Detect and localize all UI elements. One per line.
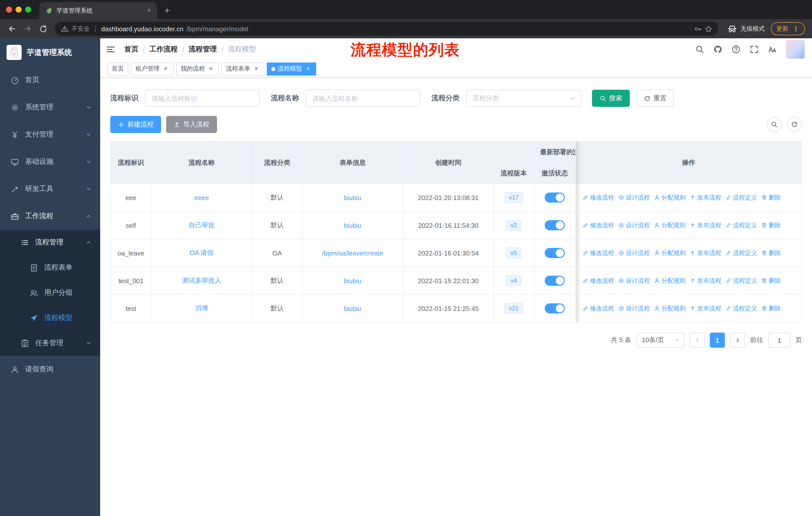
- row-form-link[interactable]: biubiu: [344, 194, 361, 201]
- op-delete[interactable]: 删除: [761, 221, 781, 229]
- category-select[interactable]: 流程分类: [466, 90, 581, 107]
- version-tag[interactable]: v2: [506, 220, 521, 231]
- op-design[interactable]: 设计流程: [618, 193, 650, 202]
- op-edit[interactable]: 修改流程: [582, 304, 614, 313]
- row-name-link[interactable]: eeee: [194, 194, 209, 201]
- refresh-table-button[interactable]: [787, 117, 802, 132]
- op-design[interactable]: 设计流程: [618, 276, 650, 285]
- tagview-tab[interactable]: 首页 ×: [107, 62, 128, 75]
- status-toggle[interactable]: [545, 276, 565, 286]
- tag-close-icon[interactable]: ×: [207, 65, 214, 72]
- security-label[interactable]: 不安全: [71, 24, 90, 33]
- tagview-tab[interactable]: 流程表单 ×: [222, 62, 264, 75]
- row-name-link[interactable]: OA 请假: [190, 249, 213, 256]
- address-bar[interactable]: 不安全 dashboard.yudao.iocoder.cn/bpm/manag…: [55, 22, 718, 36]
- update-button[interactable]: 更新: [771, 22, 805, 35]
- browser-tab[interactable]: 芋道管理系统 ×: [39, 2, 157, 19]
- op-definition[interactable]: 流程定义: [725, 249, 757, 257]
- op-definition[interactable]: 流程定义: [725, 304, 757, 313]
- prev-page-button[interactable]: [690, 332, 705, 348]
- sidebar-item-process-model[interactable]: 流程模型: [0, 305, 100, 331]
- reload-button[interactable]: [36, 22, 50, 35]
- op-edit[interactable]: 修改流程: [582, 249, 614, 257]
- breadcrumb-item[interactable]: 流程管理: [189, 45, 217, 54]
- op-delete[interactable]: 删除: [761, 249, 781, 257]
- op-delete[interactable]: 删除: [761, 304, 781, 313]
- breadcrumb-item[interactable]: 首页: [124, 45, 139, 54]
- current-page-button[interactable]: 1: [710, 332, 725, 348]
- minimize-window-button[interactable]: [16, 6, 22, 12]
- op-edit[interactable]: 修改流程: [582, 276, 614, 285]
- process-name-input[interactable]: [306, 90, 420, 107]
- op-publish[interactable]: 发布流程: [690, 276, 721, 285]
- op-publish[interactable]: 发布流程: [690, 304, 721, 313]
- browser-menu-icon[interactable]: [792, 25, 800, 32]
- op-design[interactable]: 设计流程: [618, 221, 650, 229]
- status-toggle[interactable]: [545, 303, 565, 314]
- status-toggle[interactable]: [545, 192, 565, 202]
- github-icon[interactable]: [713, 45, 722, 54]
- tag-close-icon[interactable]: ×: [304, 65, 312, 72]
- toggle-search-button[interactable]: [767, 117, 782, 132]
- status-toggle[interactable]: [545, 220, 565, 230]
- op-publish[interactable]: 发布流程: [690, 249, 721, 257]
- version-tag[interactable]: v4: [506, 275, 521, 287]
- op-delete[interactable]: 删除: [761, 276, 781, 285]
- breadcrumb-item[interactable]: 工作流程: [149, 45, 178, 54]
- op-definition[interactable]: 流程定义: [725, 221, 757, 229]
- sidebar-item-leave-query[interactable]: 请假查询: [0, 356, 100, 383]
- row-form-link[interactable]: biubiu: [344, 305, 361, 312]
- sidebar-item-home[interactable]: 首页: [0, 66, 100, 94]
- row-name-link[interactable]: 滔博: [195, 304, 208, 312]
- op-assign[interactable]: 分配规则: [654, 193, 686, 202]
- next-page-button[interactable]: [730, 332, 745, 348]
- status-toggle[interactable]: [545, 248, 565, 258]
- user-avatar[interactable]: [786, 40, 805, 59]
- sidebar-item-task-mgmt[interactable]: 任务管理: [0, 331, 100, 356]
- reset-button[interactable]: 重置: [636, 90, 674, 107]
- row-form-link[interactable]: biubiu: [344, 221, 361, 229]
- goto-page-input[interactable]: [768, 332, 790, 348]
- version-tag[interactable]: v5: [506, 247, 521, 259]
- row-name-link[interactable]: 自己审批: [188, 221, 215, 229]
- sidebar-item-system[interactable]: 系统管理: [0, 94, 100, 121]
- op-assign[interactable]: 分配规则: [654, 221, 686, 229]
- import-process-button[interactable]: 导入流程: [166, 116, 217, 133]
- tagview-tab[interactable]: 流程模型 ×: [267, 62, 316, 75]
- zoom-window-button[interactable]: [25, 6, 31, 12]
- tagview-tab[interactable]: 租户管理 ×: [131, 62, 174, 75]
- version-tag[interactable]: v17: [504, 192, 523, 203]
- op-edit[interactable]: 修改流程: [582, 221, 614, 229]
- row-form-link[interactable]: biubiu: [344, 277, 361, 284]
- op-assign[interactable]: 分配规则: [654, 276, 686, 285]
- version-tag[interactable]: v21: [504, 303, 523, 314]
- create-process-button[interactable]: 新建流程: [110, 116, 161, 133]
- sidebar-toggle-icon[interactable]: [106, 44, 116, 54]
- app-logo[interactable]: 芋道管理系统: [0, 38, 100, 66]
- sidebar-item-process-form[interactable]: 流程表单: [0, 255, 100, 280]
- sidebar-item-payment[interactable]: 支付管理: [0, 121, 100, 148]
- op-assign[interactable]: 分配规则: [654, 304, 686, 313]
- sidebar-item-infra[interactable]: 基础设施: [0, 148, 100, 175]
- op-design[interactable]: 设计流程: [618, 249, 650, 257]
- row-form-link[interactable]: /bpm/oa/leave/create: [322, 249, 383, 257]
- op-edit[interactable]: 修改流程: [582, 193, 614, 202]
- new-tab-button[interactable]: +: [160, 3, 174, 18]
- sidebar-item-dev-tools[interactable]: 研发工具: [0, 175, 100, 202]
- password-key-icon[interactable]: [694, 25, 702, 32]
- op-assign[interactable]: 分配规则: [654, 249, 686, 257]
- op-publish[interactable]: 发布流程: [690, 221, 721, 229]
- tab-close-icon[interactable]: ×: [145, 6, 153, 15]
- forward-button[interactable]: [21, 22, 34, 35]
- tag-close-icon[interactable]: ×: [162, 65, 169, 72]
- op-definition[interactable]: 流程定义: [725, 276, 757, 285]
- sidebar-item-user-group[interactable]: 用户分组: [0, 280, 100, 305]
- back-button[interactable]: [5, 22, 19, 35]
- op-design[interactable]: 设计流程: [618, 304, 650, 313]
- search-button[interactable]: 搜索: [592, 90, 630, 107]
- page-size-select[interactable]: 10条/页: [636, 332, 685, 348]
- close-window-button[interactable]: [6, 6, 12, 12]
- bookmark-star-icon[interactable]: [705, 25, 712, 32]
- op-definition[interactable]: 流程定义: [725, 193, 757, 202]
- sidebar-item-workflow[interactable]: 工作流程: [0, 202, 100, 230]
